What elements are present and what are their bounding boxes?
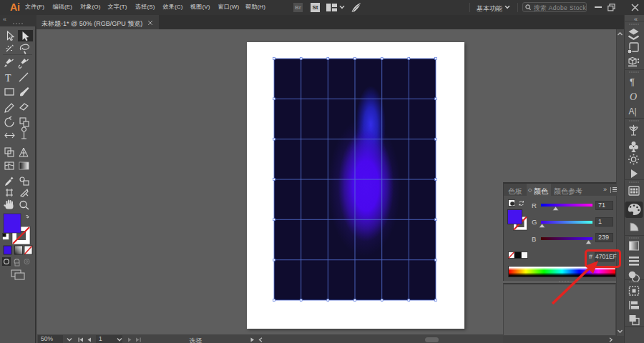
svg-text:O: O [630, 91, 637, 102]
svg-text:T: T [5, 73, 11, 84]
svg-text:¶: ¶ [630, 76, 635, 87]
svg-text:A|: A| [629, 106, 637, 116]
